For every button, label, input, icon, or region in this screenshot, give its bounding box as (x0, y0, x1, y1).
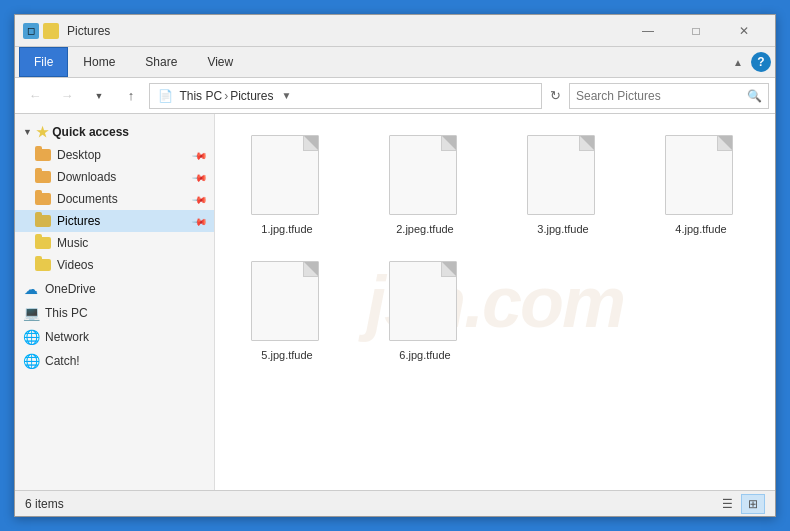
sidebar-item-catch[interactable]: 🌐 Catch! (15, 350, 214, 372)
documents-folder-icon (35, 193, 51, 205)
sidebar-item-thispc-label: This PC (45, 306, 88, 320)
close-button[interactable]: ✕ (721, 17, 767, 45)
file-name-3: 3.jpg.tfude (537, 223, 588, 235)
desktop-icon (35, 147, 51, 163)
back-button[interactable]: ← (21, 83, 49, 109)
file-item-2[interactable]: 2.jpeg.tfude (365, 126, 485, 244)
view-buttons: ☰ ⊞ (715, 494, 765, 514)
sidebar-item-thispc[interactable]: 💻 This PC (15, 302, 214, 324)
file-icon-2 (389, 135, 461, 217)
up-button[interactable]: ↑ (117, 83, 145, 109)
tab-view[interactable]: View (192, 47, 248, 77)
sidebar-item-documents[interactable]: Documents 📌 (15, 188, 214, 210)
pictures-icon (35, 213, 51, 229)
quick-access-header[interactable]: ▼ ★ Quick access (15, 120, 214, 144)
large-icons-view-button[interactable]: ⊞ (741, 494, 765, 514)
sidebar: ▼ ★ Quick access Desktop 📌 Do (15, 114, 215, 490)
search-input[interactable] (576, 89, 743, 103)
tab-home[interactable]: Home (68, 47, 130, 77)
file-page-3 (527, 135, 595, 215)
ribbon: File Home Share View ▲ ? (15, 47, 775, 78)
ribbon-expand-area: ▲ ? (729, 52, 771, 72)
sidebar-item-network[interactable]: 🌐 Network (15, 326, 214, 348)
file-icon-1 (251, 135, 323, 217)
content-area: jsh.com 1.jpg.tfude 2.jpeg.tfude (215, 114, 775, 490)
file-page-6 (389, 261, 457, 341)
maximize-button[interactable]: □ (673, 17, 719, 45)
sidebar-item-catch-label: Catch! (45, 354, 80, 368)
search-icon[interactable]: 🔍 (747, 89, 762, 103)
tab-file[interactable]: File (19, 47, 68, 77)
file-name-4: 4.jpg.tfude (675, 223, 726, 235)
quick-access-label: Quick access (52, 125, 129, 139)
item-count: 6 items (25, 497, 64, 511)
network-icon: 🌐 (23, 329, 39, 345)
quick-access-section: ▼ ★ Quick access Desktop 📌 Do (15, 120, 214, 276)
videos-folder-icon (35, 259, 51, 271)
sidebar-item-onedrive[interactable]: ☁ OneDrive (15, 278, 214, 300)
file-icon-4 (665, 135, 737, 217)
sidebar-item-pictures-label: Pictures (57, 214, 100, 228)
window-icon-blue: ◻ (23, 23, 39, 39)
downloads-folder-icon (35, 171, 51, 183)
address-path[interactable]: 📄 This PC › Pictures ▼ (149, 83, 542, 109)
network-globe-icon: 🌐 (23, 329, 40, 345)
address-dropdown-icon[interactable]: ▼ (277, 90, 295, 101)
file-item-1[interactable]: 1.jpg.tfude (227, 126, 347, 244)
documents-icon (35, 191, 51, 207)
onedrive-section: ☁ OneDrive (15, 278, 214, 300)
downloads-pin-icon: 📌 (192, 169, 208, 185)
desktop-folder-icon (35, 149, 51, 161)
desktop-pin-icon: 📌 (192, 147, 208, 163)
onedrive-cloud-icon: ☁ (24, 281, 38, 297)
sidebar-item-videos[interactable]: Videos (15, 254, 214, 276)
file-name-2: 2.jpeg.tfude (396, 223, 454, 235)
title-bar-icons: ◻ (23, 23, 59, 39)
sidebar-item-downloads[interactable]: Downloads 📌 (15, 166, 214, 188)
music-folder-icon (35, 237, 51, 249)
forward-button[interactable]: → (53, 83, 81, 109)
ribbon-tab-bar: File Home Share View ▲ ? (15, 47, 775, 77)
catch-section: 🌐 Catch! (15, 350, 214, 372)
file-explorer-window: ◻ Pictures — □ ✕ File Home Share View ▲ … (14, 14, 776, 517)
file-page-1 (251, 135, 319, 215)
downloads-icon (35, 169, 51, 185)
sidebar-item-network-label: Network (45, 330, 89, 344)
file-icon-6 (389, 261, 461, 343)
file-icon-5 (251, 261, 323, 343)
sidebar-item-documents-label: Documents (57, 192, 118, 206)
search-box: 🔍 (569, 83, 769, 109)
tab-share[interactable]: Share (130, 47, 192, 77)
sidebar-item-desktop-label: Desktop (57, 148, 101, 162)
catch-app-icon: 🌐 (23, 353, 40, 369)
file-name-1: 1.jpg.tfude (261, 223, 312, 235)
refresh-icon[interactable]: ↻ (546, 88, 565, 103)
file-page-5 (251, 261, 319, 341)
recent-locations-button[interactable]: ▼ (85, 83, 113, 109)
breadcrumb-thispc: 📄 This PC (158, 89, 222, 103)
sidebar-item-desktop[interactable]: Desktop 📌 (15, 144, 214, 166)
help-button[interactable]: ? (751, 52, 771, 72)
window-controls: — □ ✕ (625, 17, 767, 45)
file-item-5[interactable]: 5.jpg.tfude (227, 252, 347, 370)
sidebar-item-music[interactable]: Music (15, 232, 214, 254)
file-item-4[interactable]: 4.jpg.tfude (641, 126, 761, 244)
file-item-3[interactable]: 3.jpg.tfude (503, 126, 623, 244)
file-name-6: 6.jpg.tfude (399, 349, 450, 361)
title-bar: ◻ Pictures — □ ✕ (15, 15, 775, 47)
minimize-button[interactable]: — (625, 17, 671, 45)
ribbon-chevron-icon[interactable]: ▲ (729, 55, 747, 70)
videos-icon (35, 257, 51, 273)
window-title: Pictures (67, 24, 625, 38)
file-page-4 (665, 135, 733, 215)
breadcrumb-pictures: Pictures (230, 89, 273, 103)
window-icon-yellow (43, 23, 59, 39)
sidebar-item-videos-label: Videos (57, 258, 93, 272)
details-view-button[interactable]: ☰ (715, 494, 739, 514)
file-item-6[interactable]: 6.jpg.tfude (365, 252, 485, 370)
breadcrumb-sep1: › (224, 89, 228, 103)
sidebar-item-music-label: Music (57, 236, 88, 250)
sidebar-item-pictures[interactable]: Pictures 📌 (15, 210, 214, 232)
music-icon (35, 235, 51, 251)
quick-access-arrow: ▼ (23, 127, 32, 137)
